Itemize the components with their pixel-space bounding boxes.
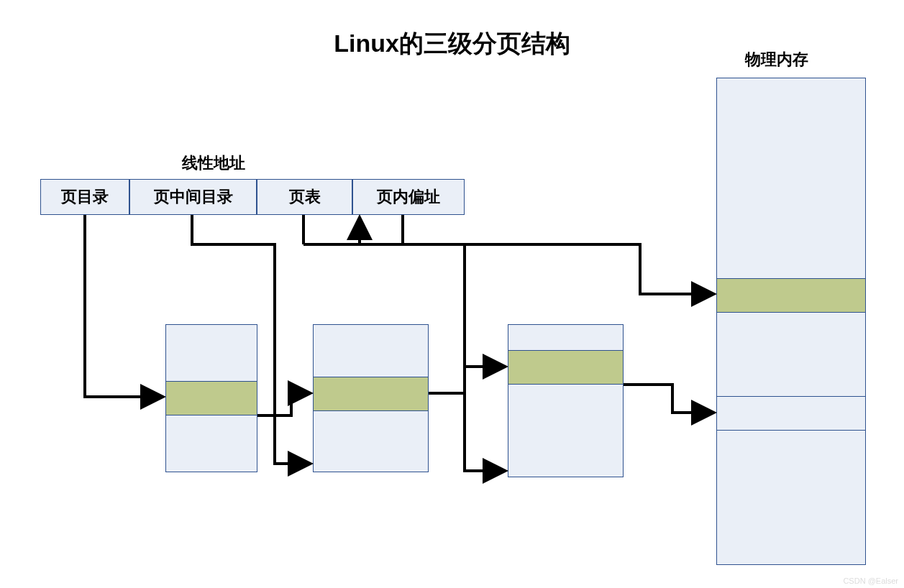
linear-address-label: 线性地址 [182, 152, 245, 174]
physical-memory-label: 物理内存 [745, 49, 808, 70]
page-table [508, 324, 624, 477]
physical-page-selected [717, 278, 865, 313]
physical-page-entry [717, 396, 865, 431]
page-middle-directory-table [313, 324, 429, 472]
diagram-title: Linux的三级分页结构 [334, 27, 570, 60]
watermark: CSDN @Ealser [843, 576, 898, 585]
addr-field-page-directory: 页目录 [40, 179, 129, 215]
physical-memory [716, 78, 866, 565]
addr-field-page-offset: 页内偏址 [352, 179, 465, 215]
page-middle-directory-entry-selected [314, 377, 428, 411]
addr-field-page-table: 页表 [257, 179, 352, 215]
page-table-entry-selected [508, 350, 623, 385]
addr-field-page-middle-directory: 页中间目录 [129, 179, 257, 215]
page-directory-table [165, 324, 257, 472]
page-directory-entry-selected [166, 381, 257, 415]
